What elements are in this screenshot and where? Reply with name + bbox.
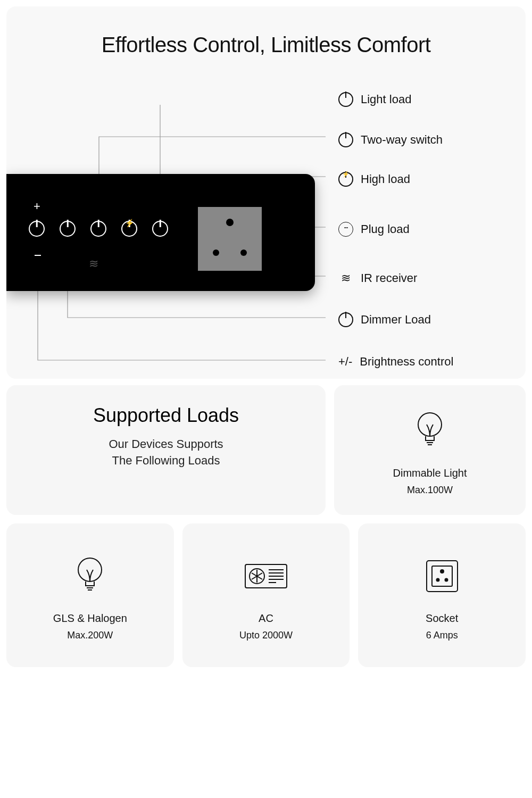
hero-title: Effortless Control, Limitless Comfort: [6, 33, 526, 57]
card-spec: Upto 2000W: [239, 630, 293, 641]
legend-dimmer: Dimmer Load: [338, 312, 431, 327]
svg-point-14: [436, 579, 439, 581]
card-title: Dimmable Light: [393, 467, 467, 479]
socket-icon: [423, 550, 461, 603]
power-two-way-icon: [338, 132, 353, 147]
card-gls: GLS & Halogen Max.200W: [6, 523, 174, 667]
card-spec: Max.100W: [407, 485, 453, 496]
legend-two-way: Two-way switch: [338, 132, 443, 147]
power-two-way-icon: [90, 221, 106, 237]
diagram: + ⚡ ≋ Light load Two-way switch ⚡High lo…: [6, 105, 526, 350]
legend-ir: ≋IR receiver: [338, 271, 417, 286]
power-icon: [338, 92, 353, 107]
svg-point-13: [440, 570, 444, 573]
socket-graphic: [198, 207, 262, 271]
power-icon: [152, 221, 168, 237]
power-high-load-icon: ⚡: [121, 221, 137, 237]
supported-title: Supported Loads: [26, 404, 306, 427]
legend-light-load: Light load: [338, 92, 411, 107]
minus-icon: [35, 255, 41, 256]
power-high-load-icon: ⚡: [338, 172, 353, 187]
power-icon: [60, 221, 76, 237]
supported-row: Supported Loads Our Devices SupportsThe …: [6, 385, 526, 515]
bulb-icon: [73, 550, 107, 603]
power-icon: [29, 221, 45, 237]
device-panel: + ⚡ ≋: [6, 174, 315, 291]
ir-icon: ≋: [89, 257, 98, 271]
supported-intro-card: Supported Loads Our Devices SupportsThe …: [6, 385, 326, 515]
legend-plug-load: Plug load: [338, 222, 410, 237]
card-dimmable: Dimmable Light Max.100W: [334, 385, 526, 515]
hero-section: Effortless Control, Limitless Comfort + …: [6, 6, 526, 379]
card-title: AC: [259, 612, 273, 625]
legend-high-load: ⚡High load: [338, 172, 410, 187]
cards-row: GLS & Halogen Max.200W AC Upto 2000W Soc…: [6, 523, 526, 667]
svg-rect-12: [432, 566, 452, 586]
card-spec: Max.200W: [67, 630, 113, 641]
power-icon: [338, 312, 353, 327]
card-title: Socket: [426, 612, 458, 625]
card-spec: 6 Amps: [426, 630, 458, 641]
supported-subtitle: Our Devices SupportsThe Following Loads: [26, 436, 306, 469]
card-ac: AC Upto 2000W: [182, 523, 350, 667]
card-title: GLS & Halogen: [53, 612, 127, 625]
plus-minus-icon: +/-: [338, 355, 352, 369]
svg-point-15: [445, 579, 447, 581]
ac-icon: [242, 550, 290, 603]
ir-icon: ≋: [338, 271, 353, 286]
legend-brightness: +/-Brightness control: [338, 355, 453, 369]
svg-rect-11: [427, 561, 458, 592]
card-socket: Socket 6 Amps: [358, 523, 526, 667]
bulb-icon: [413, 404, 447, 458]
plus-icon: +: [34, 200, 40, 213]
socket-icon: [338, 222, 353, 237]
